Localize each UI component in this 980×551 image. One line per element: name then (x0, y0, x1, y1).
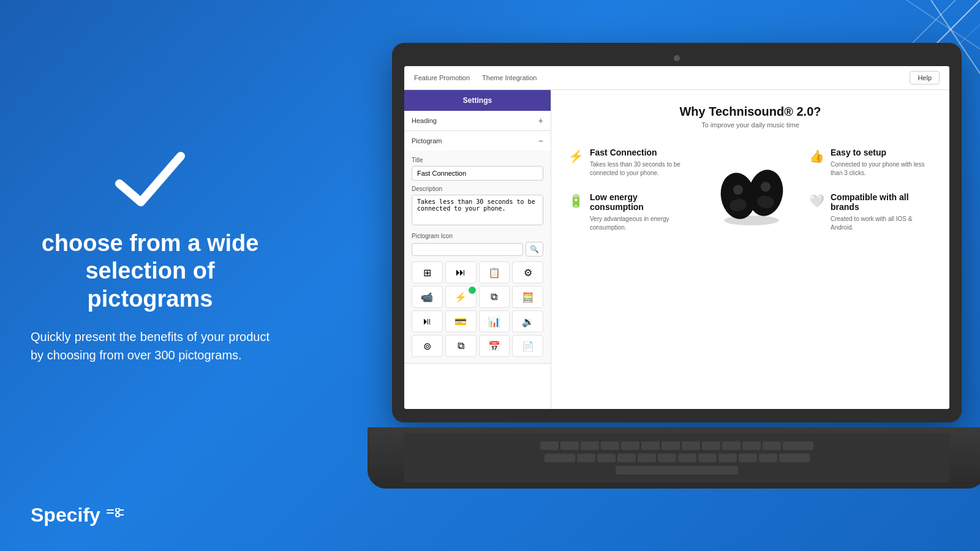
key (662, 441, 680, 450)
icon-cell-chart[interactable]: 📊 (479, 310, 510, 332)
fast-connection-title: Fast Connection (590, 148, 692, 158)
icon-grid: ⊞ ⏭ 📋 ⚙ 📹 ⚡ ⧉ 🧮 ⏯ 💳 (412, 261, 543, 357)
icon-cell-forward[interactable]: ⏭ (445, 261, 477, 283)
features-right: 👍 Easy to setup Connected to your phone … (809, 148, 932, 232)
svg-point-16 (761, 182, 771, 192)
app-content: Why Technisound® 2.0? To improve your da… (551, 90, 949, 409)
app-nav: Feature Promotion Theme Integration (414, 74, 537, 81)
svg-point-17 (724, 216, 779, 225)
low-energy-text: Low energy consumption Very advantageous… (590, 192, 692, 233)
logo-icon (107, 508, 125, 523)
pictogram-section-header[interactable]: Pictogram − (404, 131, 551, 151)
icon-cell-doc[interactable]: 📄 (512, 335, 543, 357)
key (718, 454, 737, 462)
icon-cell-layers[interactable]: ⧉ (445, 335, 477, 357)
icon-cell-calendar[interactable]: 📅 (479, 335, 510, 357)
easy-setup-title: Easy to setup (831, 148, 932, 158)
heading-label: Heading (412, 117, 437, 124)
svg-rect-5 (107, 509, 114, 511)
app-sidebar: Settings Heading + Pictogram (404, 90, 551, 409)
svg-line-3 (907, 0, 980, 49)
icon-search-row: 🔍 (412, 242, 543, 257)
key (581, 441, 599, 450)
laptop-base (368, 427, 980, 489)
main-heading: choose from a wide selection of pictogra… (31, 230, 270, 313)
feature-fast-connection: ⚡ Fast Connection Takes less than 30 sec… (568, 148, 692, 178)
key (658, 454, 676, 462)
nav-feature-promotion[interactable]: Feature Promotion (414, 74, 470, 81)
svg-rect-6 (107, 512, 114, 514)
pictogram-section: Pictogram − Title Description Takes less… (404, 131, 551, 364)
icon-cell-settings[interactable]: ⚙ (512, 261, 543, 283)
app-body: Settings Heading + Pictogram (404, 90, 949, 409)
fast-connection-icon: ⚡ (568, 149, 584, 163)
product-title: Why Technisound® 2.0? To improve your da… (568, 105, 932, 129)
key-row-2 (410, 454, 943, 462)
title-input[interactable] (412, 166, 543, 181)
icon-cell-circle[interactable]: ⊚ (412, 335, 443, 357)
icon-cell-copy[interactable]: ⧉ (479, 286, 510, 308)
product-image (701, 141, 799, 239)
key (678, 454, 696, 462)
logo: Specify (31, 504, 125, 527)
key-row-1 (410, 441, 943, 450)
key (742, 441, 761, 450)
title-label: Title (412, 157, 543, 163)
nav-theme-integration[interactable]: Theme Integration (482, 74, 537, 81)
pictogram-collapse-icon: − (538, 136, 543, 146)
key (702, 441, 720, 450)
icon-cell-grid[interactable]: ⊞ (412, 261, 443, 283)
help-button[interactable]: Help (910, 71, 940, 84)
compatible-text: Compatible with all brands Created to wo… (831, 192, 932, 233)
icon-cell-card[interactable]: 💳 (445, 310, 477, 332)
low-energy-title: Low energy consumption (590, 192, 692, 213)
spacebar (616, 466, 738, 474)
earbuds-svg (707, 147, 793, 233)
app-header: Feature Promotion Theme Integration Help (404, 66, 949, 90)
compatible-title: Compatible with all brands (831, 192, 932, 213)
compatible-icon: 🤍 (809, 193, 824, 208)
laptop-camera (674, 55, 680, 61)
icon-cell-clipboard[interactable]: 📋 (479, 261, 510, 283)
product-subtitle: To improve your daily music time (568, 121, 932, 129)
icon-search-button[interactable]: 🔍 (526, 242, 543, 257)
keyboard-rows (404, 438, 949, 478)
easy-setup-desc: Connected to your phone with less than 3… (831, 160, 932, 178)
checkmark-icon (113, 150, 187, 211)
feature-easy-setup: 👍 Easy to setup Connected to your phone … (809, 148, 932, 178)
sub-text: Quickly present the benefits of your pro… (31, 328, 270, 364)
icon-cell-calc[interactable]: 🧮 (512, 286, 543, 308)
heading-section-header[interactable]: Heading + (404, 111, 551, 130)
svg-point-13 (733, 185, 743, 195)
key (682, 441, 700, 450)
icon-cell-flash[interactable]: ⚡ (445, 286, 477, 308)
key (560, 441, 579, 450)
laptop-screen: Feature Promotion Theme Integration Help… (404, 66, 949, 409)
icon-cell-play[interactable]: ⏯ (412, 310, 443, 332)
key (783, 441, 813, 450)
easy-setup-icon: 👍 (809, 149, 824, 163)
low-energy-desc: Very advantageous in energy consumption. (590, 215, 692, 232)
feature-compatible: 🤍 Compatible with all brands Created to … (809, 192, 932, 233)
heading-expand-icon: + (538, 116, 543, 126)
icon-label: Pictogram Icon (412, 233, 543, 239)
key (577, 454, 595, 462)
description-textarea[interactable]: Takes less than 30 seconds to be connect… (412, 195, 543, 225)
laptop: Feature Promotion Theme Integration Help… (392, 43, 980, 545)
key (759, 454, 777, 462)
key (641, 441, 660, 450)
product-name: Why Technisound® 2.0? (568, 105, 932, 119)
icon-search-input[interactable] (412, 243, 523, 256)
heading-section: Heading + (404, 111, 551, 131)
laptop-keyboard (404, 433, 949, 482)
fast-connection-desc: Takes less than 30 seconds to be connect… (590, 160, 692, 178)
key (621, 441, 639, 450)
logo-text: Specify (31, 504, 100, 527)
icon-cell-volume[interactable]: 🔉 (512, 310, 543, 332)
key (698, 454, 717, 462)
pictogram-expanded: Title Description Takes less than 30 sec… (404, 151, 551, 363)
svg-point-8 (116, 513, 119, 517)
key (545, 454, 575, 462)
icon-cell-camera[interactable]: 📹 (412, 286, 443, 308)
settings-button[interactable]: Settings (404, 90, 551, 111)
